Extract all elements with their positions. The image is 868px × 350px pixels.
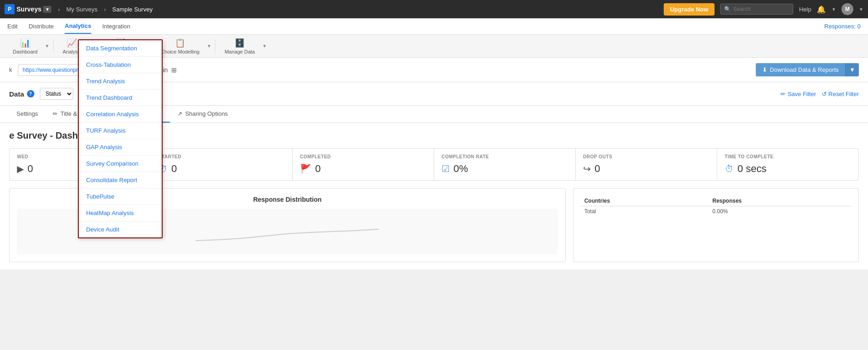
download-data-reports-button[interactable]: ⬇ Download Data & Reports xyxy=(756,63,845,76)
dashboard-dropdown-arrow[interactable]: ▼ xyxy=(45,43,49,48)
filter-actions: ✏ Save Filter ↺ Reset Filter xyxy=(781,91,859,97)
search-box[interactable]: 🔍 xyxy=(720,4,793,15)
dashboard-icon: 📊 xyxy=(20,38,30,48)
completed-icon: 🚩 xyxy=(300,163,311,174)
drop-outs-icon: ↪ xyxy=(583,163,591,174)
breadcrumb-separator2: › xyxy=(104,6,106,13)
dropdown-item-device-audit[interactable]: Device Audit xyxy=(79,221,162,237)
stat-completed-value: 🚩 0 xyxy=(300,163,321,175)
nav-distribute[interactable]: Distribute xyxy=(28,19,54,33)
upgrade-button[interactable]: Upgrade Now xyxy=(664,3,715,16)
stat-started: STARTED ⏱ 0 xyxy=(151,149,293,180)
download-icon: ⬇ xyxy=(762,66,767,73)
search-icon: 🔍 xyxy=(724,6,731,12)
dropdown-item-survey-comparison[interactable]: Survey Comparison xyxy=(79,156,162,172)
app-logo: P xyxy=(5,4,15,14)
dropdown-item-gap-analysis[interactable]: GAP Analysis xyxy=(79,139,162,156)
download-dropdown-arrow-button[interactable]: ▼ xyxy=(845,63,859,76)
search-input[interactable] xyxy=(733,6,783,12)
logo-area: P Surveys ▼ xyxy=(5,4,51,14)
stat-completion-rate-label: COMPLETION RATE xyxy=(442,154,489,159)
stat-viewed-label: WED xyxy=(17,154,28,159)
time-icon: ⏱ xyxy=(725,164,734,174)
stat-drop-outs: DROP OUTS ↪ 0 xyxy=(576,149,717,180)
toolbar-manage-data-label: Manage Data xyxy=(224,49,255,54)
save-filter-button[interactable]: ✏ Save Filter xyxy=(781,91,816,97)
choice-modelling-dropdown-arrow[interactable]: ▼ xyxy=(207,43,212,48)
manage-data-dropdown-arrow[interactable]: ▼ xyxy=(262,43,267,48)
stat-time-to-complete: TIME TO COMPLETE ⏱ 0 secs xyxy=(717,149,858,180)
filter-help-icon[interactable]: ? xyxy=(27,90,34,97)
reset-filter-button[interactable]: ↺ Reset Filter xyxy=(822,91,859,97)
manage-data-icon: 🗄️ xyxy=(235,38,245,48)
stat-completion-rate: COMPLETION RATE ☑ 0% xyxy=(434,149,576,180)
countries-table: Countries Responses Total 0.00% xyxy=(581,196,851,216)
save-filter-icon: ✏ xyxy=(781,91,786,97)
dropdown-item-trend-dashboard[interactable]: Trend Dashboard xyxy=(79,90,162,106)
toolbar-choice-modelling[interactable]: 📋 Choice Modelling xyxy=(155,36,205,56)
dropdown-item-data-segmentation[interactable]: Data Segmentation xyxy=(79,40,162,57)
secondary-navigation: Edit Distribute Analytics Integration Re… xyxy=(0,18,868,35)
viewed-icon: ▶ xyxy=(17,163,24,174)
dropdown-item-tubepulse[interactable]: TubePulse xyxy=(79,188,162,205)
survey-link-prefix: k xyxy=(9,66,12,73)
dropdown-item-heatmap-analysis[interactable]: HeatMap Analysis xyxy=(79,205,162,221)
dropdown-item-turf-analysis[interactable]: TURF Analysis xyxy=(79,123,162,139)
nav-edit[interactable]: Edit xyxy=(7,19,17,33)
download-btn-group: ⬇ Download Data & Reports ▼ xyxy=(756,63,859,76)
toolbar-manage-data[interactable]: 🗄️ Manage Data xyxy=(219,36,260,56)
toolbar-choice-modelling-label: Choice Modelling xyxy=(161,49,199,54)
qr-icon[interactable]: ⊞ xyxy=(171,66,177,74)
title-logo-icon: ✏ xyxy=(53,110,58,117)
analysis-icon: 📈 xyxy=(67,38,77,48)
nav-analytics[interactable]: Analytics xyxy=(65,19,91,34)
nav-integration[interactable]: Integration xyxy=(102,19,130,33)
stat-time-label: TIME TO COMPLETE xyxy=(725,154,774,159)
country-cell: Total xyxy=(581,206,709,217)
notification-dropdown-arrow[interactable]: ▼ xyxy=(831,7,836,12)
breadcrumb-current: Sample Survey xyxy=(112,6,153,13)
toolbar-separator4 xyxy=(215,39,215,53)
user-dropdown-arrow[interactable]: ▼ xyxy=(859,7,863,12)
responses-count: Responses: 0 xyxy=(824,23,861,30)
help-label[interactable]: Help xyxy=(799,6,811,13)
notification-icon[interactable]: 🔔 xyxy=(817,5,826,14)
reset-filter-icon: ↺ xyxy=(822,91,827,97)
toolbar-separator xyxy=(53,39,54,53)
breadcrumb-separator: › xyxy=(58,6,60,13)
toolbar-dashboard-label: Dashboard xyxy=(13,49,38,54)
responses-cell: 0.00% xyxy=(709,206,851,217)
status-filter-select[interactable]: Status xyxy=(40,88,73,100)
tab-settings[interactable]: Settings xyxy=(9,106,45,123)
stat-drop-outs-label: DROP OUTS xyxy=(583,154,612,159)
dropdown-item-correlation-analysis[interactable]: Correlation Analysis xyxy=(79,106,162,123)
linkedin-icon[interactable]: in xyxy=(163,66,168,74)
tab-sharing-options[interactable]: ↗ Sharing Options xyxy=(170,106,235,123)
stat-completed-label: COMPLETED xyxy=(300,154,331,159)
breadcrumb-root[interactable]: My Surveys xyxy=(66,6,98,13)
dropdown-item-trend-analysis[interactable]: Trend Analysis xyxy=(79,73,162,90)
responses-col-header: Responses xyxy=(709,196,851,206)
countries-table-box: Countries Responses Total 0.00% xyxy=(573,188,859,262)
countries-col-header: Countries xyxy=(581,196,709,206)
top-navigation: P Surveys ▼ › My Surveys › Sample Survey… xyxy=(0,0,868,18)
stat-completed: COMPLETED 🚩 0 xyxy=(293,149,434,180)
stat-viewed-value: ▶ 0 xyxy=(17,163,33,175)
filter-title: Data ? xyxy=(9,90,34,98)
dropdown-item-consolidate-report[interactable]: Consolidate Report xyxy=(79,172,162,188)
surveys-dropdown-arrow: ▼ xyxy=(43,6,51,13)
user-avatar[interactable]: M xyxy=(841,3,853,15)
stat-drop-outs-value: ↪ 0 xyxy=(583,163,600,175)
table-row: Total 0.00% xyxy=(581,206,851,217)
toolbar-dashboard[interactable]: 📊 Dashboard xyxy=(7,36,43,56)
sharing-options-icon: ↗ xyxy=(177,110,182,117)
choice-modelling-icon: 📋 xyxy=(175,38,185,48)
surveys-menu-button[interactable]: Surveys ▼ xyxy=(16,5,51,13)
stat-completion-rate-value: ☑ 0% xyxy=(442,163,468,175)
dropdown-item-cross-tabulation[interactable]: Cross-Tabulation xyxy=(79,57,162,73)
stat-time-value: ⏱ 0 secs xyxy=(725,163,767,175)
completion-rate-icon: ☑ xyxy=(442,163,450,174)
analysis-dropdown-menu: Data Segmentation Cross-Tabulation Trend… xyxy=(78,39,163,238)
top-nav-right: Upgrade Now 🔍 Help 🔔 ▼ M ▼ xyxy=(664,3,863,16)
